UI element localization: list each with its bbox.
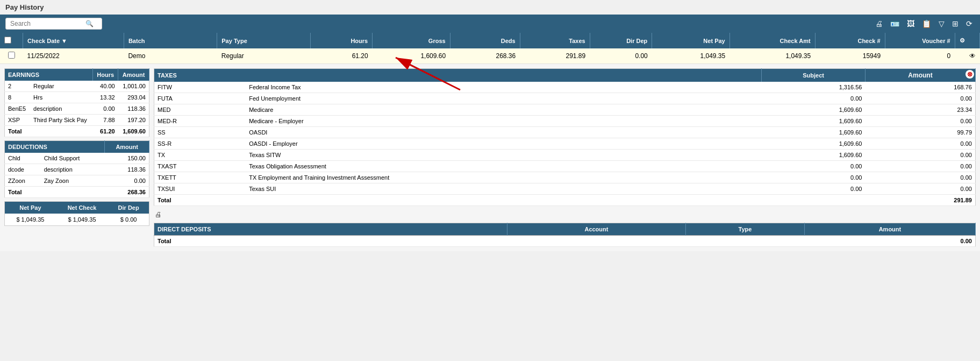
refresh-icon[interactable]: ⟳ [964, 18, 975, 29]
earning-desc: Third Party Sick Pay [30, 115, 93, 126]
col-header-paytype: Pay Type [217, 33, 310, 48]
image-icon[interactable]: 🖼 [905, 18, 917, 29]
taxes-amount-label: Amount [908, 72, 932, 79]
deduction-row: dcode description 118.36 [5, 164, 149, 175]
row-paytype: Regular [217, 48, 310, 64]
tax-subject: 0.00 [762, 161, 865, 172]
dd-total-type [686, 236, 805, 247]
filter-icon[interactable]: ▽ [936, 18, 947, 29]
tax-row: SS OASDI 1,609.60 99.79 [154, 127, 976, 138]
tax-amount: 0.00 [865, 172, 975, 183]
tax-desc: Texas SUI [246, 183, 762, 195]
dir-dep-value: $ 0.00 [108, 214, 149, 225]
tax-desc: Texas SITW [246, 150, 762, 161]
copy-icon[interactable]: 📋 [920, 18, 933, 29]
tax-code: SS [154, 127, 246, 138]
toolbar: 🔍 🖨 🪪 🖼 📋 ▽ ⊞ ⟳ [0, 15, 980, 33]
col-header-checkdate[interactable]: Check Date ▼ [23, 33, 124, 48]
row-checkamt: 1,049.35 [729, 48, 815, 64]
net-summary-box: Net Pay Net Check Dir Dep $ 1,049.35 $ 1… [4, 201, 149, 226]
tax-subject: 1,609.60 [762, 104, 865, 116]
earning-desc: description [30, 103, 93, 115]
deductions-table: DEDUCTIONS Amount Chld Child Support 150… [4, 140, 149, 198]
tax-subject: 1,609.60 [762, 150, 865, 161]
earning-code: 8 [5, 92, 31, 103]
direct-deposits-table: DIRECT DEPOSITS Account Type Amount Tota… [154, 223, 976, 247]
taxes-header: TAXES [154, 69, 762, 82]
table-row: 11/25/2022 Demo Regular 61.20 1,609.60 2… [0, 48, 980, 64]
deduction-row: Chld Child Support 150.00 [5, 153, 149, 164]
row-checkbox-cell[interactable] [0, 48, 23, 64]
card-icon[interactable]: 🪪 [888, 18, 902, 29]
earning-amount: 118.36 [118, 103, 149, 115]
tax-amount: 0.00 [865, 93, 975, 104]
earnings-row: 8 Hrs 13.32 293.04 [5, 92, 149, 103]
deductions-total-label: Total [5, 187, 105, 198]
search-input[interactable] [10, 20, 85, 27]
tax-row: TXETT TX Employment and Training Investm… [154, 172, 976, 183]
earning-amount: 1,001.00 [118, 81, 149, 92]
row-hours: 61.20 [310, 48, 373, 64]
earning-hours: 40.00 [93, 81, 118, 92]
taxes-table: TAXES Subject Amount ⊗ FITW Federal Inco… [154, 68, 976, 206]
deduction-amount: 0.00 [105, 175, 149, 187]
tax-desc: Fed Unemployment [246, 93, 762, 104]
earning-amount: 197.20 [118, 115, 149, 126]
col-header-voucher: Voucher # [885, 33, 955, 48]
tax-row: FITW Federal Income Tax 1,316.56 168.76 [154, 82, 976, 93]
left-panel: EARNINGS Hours Amount 2 Regular 40.00 1,… [4, 68, 149, 247]
deduction-amount: 150.00 [105, 153, 149, 164]
row-eye-icon[interactable]: 👁 [955, 48, 979, 64]
select-all-checkbox[interactable] [4, 37, 11, 44]
dd-total-label: Total [154, 236, 507, 247]
net-pay-header: Net Pay [5, 202, 56, 214]
col-header-settings[interactable]: ⚙ [955, 33, 979, 48]
tax-amount: 0.00 [865, 150, 975, 161]
tax-row: SS-R OASDI - Employer 1,609.60 0.00 [154, 138, 976, 150]
earnings-table: EARNINGS Hours Amount 2 Regular 40.00 1,… [4, 68, 149, 137]
taxes-section: TAXES Subject Amount ⊗ FITW Federal Inco… [154, 68, 976, 206]
row-deds: 268.36 [450, 48, 520, 64]
taxes-subject-header: Subject [762, 69, 865, 82]
row-netpay: 1,049.35 [652, 48, 729, 64]
tax-code: FITW [154, 82, 246, 93]
search-box[interactable]: 🔍 [5, 18, 102, 30]
col-header-gross: Gross [373, 33, 450, 48]
tax-subject: 1,609.60 [762, 116, 865, 127]
taxes-total-row: Total 291.89 [154, 195, 976, 206]
earning-desc: Hrs [30, 92, 93, 103]
tax-code: TXETT [154, 172, 246, 183]
row-dirdep: 0.00 [590, 48, 652, 64]
tax-amount: 99.79 [865, 127, 975, 138]
taxes-total-amount: 291.89 [865, 195, 975, 206]
tax-desc: Medicare - Employer [246, 116, 762, 127]
earning-amount: 293.04 [118, 92, 149, 103]
tax-amount: 168.76 [865, 82, 975, 93]
tax-desc: OASDI - Employer [246, 138, 762, 150]
taxes-print-icon[interactable]: 🖨 [155, 210, 162, 218]
earning-code: 2 [5, 81, 31, 92]
row-checknum: 15949 [815, 48, 885, 64]
row-batch: Demo [124, 48, 217, 64]
main-table: Check Date ▼ Batch Pay Type Hours Gross … [0, 33, 980, 64]
earnings-row: XSP Third Party Sick Pay 7.88 197.20 [5, 115, 149, 126]
grid-icon[interactable]: ⊞ [950, 18, 961, 29]
col-header-hours: Hours [310, 33, 373, 48]
earnings-total-label: Total [5, 126, 93, 137]
print-icon[interactable]: 🖨 [873, 18, 885, 29]
net-pay-value: $ 1,049.35 [5, 214, 56, 225]
row-checkbox[interactable] [8, 52, 15, 59]
select-all-header[interactable] [0, 33, 23, 48]
dd-total-account [507, 236, 685, 247]
tax-code: MED [154, 104, 246, 116]
dd-type-header: Type [686, 223, 805, 236]
tax-row: TX Texas SITW 1,609.60 0.00 [154, 150, 976, 161]
dd-header: DIRECT DEPOSITS [154, 223, 507, 236]
col-header-dirdep: Dir Dep [590, 33, 652, 48]
net-check-value: $ 1,049.35 [56, 214, 108, 225]
detail-area: EARNINGS Hours Amount 2 Regular 40.00 1,… [0, 64, 980, 251]
earning-code: XSP [5, 115, 31, 126]
dir-dep-header: Dir Dep [108, 202, 149, 214]
close-detail-button[interactable]: ⊗ [965, 70, 974, 79]
tax-code: FUTA [154, 93, 246, 104]
